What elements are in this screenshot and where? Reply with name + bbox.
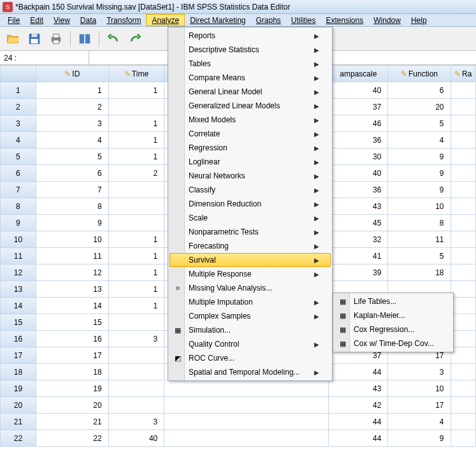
row-header[interactable]: 9	[1, 215, 36, 231]
cell-id[interactable]: 20	[36, 397, 108, 414]
menu-item-multiple-response[interactable]: Multiple Response▶	[169, 267, 331, 281]
cell-function[interactable]: 9	[388, 148, 451, 165]
menu-analyze[interactable]: Analyze	[146, 14, 185, 26]
cell-id[interactable]: 7	[36, 182, 108, 198]
cell-id[interactable]: 13	[36, 281, 108, 298]
row-header[interactable]: 5	[1, 148, 36, 165]
cell-ra[interactable]	[451, 198, 476, 215]
cell-id[interactable]: 21	[36, 414, 108, 430]
menu-item-life-tables[interactable]: ▦Life Tables...	[335, 294, 452, 308]
redo-button[interactable]	[126, 30, 144, 48]
cell-reference[interactable]: 24 :	[0, 51, 89, 64]
cell-time[interactable]	[108, 380, 164, 397]
cell-ra[interactable]	[451, 115, 476, 132]
cell-time[interactable]: 2	[108, 165, 164, 182]
cell-tampascale[interactable]: 32	[329, 231, 388, 248]
menu-item-neural-networks[interactable]: Neural Networks▶	[169, 169, 331, 183]
cell-function[interactable]: 3	[388, 364, 451, 380]
menu-item-roc-curve[interactable]: ◩ROC Curve...	[169, 351, 331, 365]
table-row[interactable]: 21213444	[1, 414, 476, 430]
cell-ra[interactable]	[451, 281, 476, 298]
menu-extensions[interactable]: Extensions	[321, 14, 369, 26]
cell-id[interactable]: 9	[36, 215, 108, 231]
cell-ra[interactable]	[451, 132, 476, 148]
cell-ra[interactable]	[451, 314, 476, 331]
row-header[interactable]: 10	[1, 231, 36, 248]
menu-graphs[interactable]: Graphs	[250, 14, 285, 26]
cell-id[interactable]: 17	[36, 347, 108, 364]
cell-tampascale[interactable]: 41	[329, 248, 388, 264]
cell-ra[interactable]	[451, 182, 476, 198]
row-header[interactable]: 16	[1, 331, 36, 347]
menu-item-nonparametric-tests[interactable]: Nonparametric Tests▶	[169, 225, 331, 239]
row-header[interactable]: 6	[1, 165, 36, 182]
menu-item-spatial-temporal[interactable]: Spatial and Temporal Modeling...▶	[169, 365, 331, 379]
menu-item-survival[interactable]: Survival▶	[169, 253, 331, 267]
row-header[interactable]: 14	[1, 298, 36, 314]
cell-ra[interactable]	[451, 165, 476, 182]
cell-time[interactable]: 1	[108, 82, 164, 99]
row-header[interactable]: 2	[1, 99, 36, 115]
cell-tampascale[interactable]: 44	[329, 414, 388, 430]
column-header-function[interactable]: ✎Function	[388, 66, 451, 82]
save-button[interactable]	[25, 30, 43, 48]
cell-time[interactable]: 1	[108, 132, 164, 148]
menu-window[interactable]: Window	[368, 14, 406, 26]
cell-tampascale[interactable]: 45	[329, 215, 388, 231]
menu-item-reports[interactable]: Reports▶	[169, 29, 331, 43]
cell-tampascale[interactable]: 30	[329, 148, 388, 165]
row-header[interactable]: 12	[1, 264, 36, 281]
cell-function[interactable]: 20	[388, 99, 451, 115]
cell-time[interactable]: 3	[108, 414, 164, 430]
menu-item-cox-regression[interactable]: ▦Cox Regression...	[335, 322, 452, 336]
row-header[interactable]: 7	[1, 182, 36, 198]
cell-tampascale[interactable]: 40	[329, 165, 388, 182]
cell-time[interactable]	[108, 347, 164, 364]
cell-time[interactable]	[108, 215, 164, 231]
cell-function[interactable]: 10	[388, 380, 451, 397]
cell-id[interactable]: 22	[36, 430, 108, 447]
cell-time[interactable]: 1	[108, 231, 164, 248]
cell-id[interactable]: 16	[36, 331, 108, 347]
menu-item-simulation[interactable]: ▦Simulation...	[169, 323, 331, 337]
cell-ra[interactable]	[451, 347, 476, 364]
cell-tampascale[interactable]: 40	[329, 82, 388, 99]
grid-corner[interactable]	[1, 66, 36, 82]
cell-function[interactable]: 8	[388, 215, 451, 231]
cell-function[interactable]: 9	[388, 182, 451, 198]
cell-ra[interactable]	[451, 380, 476, 397]
cell-time[interactable]	[108, 182, 164, 198]
cell-time[interactable]: 1	[108, 115, 164, 132]
cell-ra[interactable]	[451, 264, 476, 281]
menu-direct-marketing[interactable]: Direct Marketing	[185, 14, 250, 26]
row-header[interactable]: 17	[1, 347, 36, 364]
cell-id[interactable]: 5	[36, 148, 108, 165]
cell-id[interactable]: 18	[36, 364, 108, 380]
cell-tampascale[interactable]: 39	[329, 264, 388, 281]
recall-dialog-button[interactable]	[76, 30, 94, 48]
menu-item-quality-control[interactable]: Quality Control▶	[169, 337, 331, 351]
cell-id[interactable]: 2	[36, 99, 108, 115]
cell-hidden[interactable]	[164, 380, 329, 397]
cell-ra[interactable]	[451, 231, 476, 248]
row-header[interactable]: 4	[1, 132, 36, 148]
row-header[interactable]: 22	[1, 430, 36, 447]
row-header[interactable]: 13	[1, 281, 36, 298]
cell-function[interactable]: 9	[388, 430, 451, 447]
menu-file[interactable]: File	[3, 14, 25, 26]
cell-tampascale[interactable]: 44	[329, 364, 388, 380]
cell-id[interactable]: 8	[36, 198, 108, 215]
menu-item-general-linear-model[interactable]: General Linear Model▶	[169, 85, 331, 99]
menu-view[interactable]: View	[48, 14, 75, 26]
row-header[interactable]: 21	[1, 414, 36, 430]
cell-id[interactable]: 11	[36, 248, 108, 264]
menu-item-compare-means[interactable]: Compare Means▶	[169, 71, 331, 85]
menu-item-correlate[interactable]: Correlate▶	[169, 127, 331, 141]
menu-item-loglinear[interactable]: Loglinear▶	[169, 155, 331, 169]
column-header-id[interactable]: ✎ID	[36, 66, 108, 82]
table-row[interactable]: 222240449	[1, 430, 476, 447]
cell-tampascale[interactable]: 43	[329, 380, 388, 397]
cell-function[interactable]: 10	[388, 198, 451, 215]
menu-item-complex-samples[interactable]: Complex Samples▶	[169, 309, 331, 323]
cell-ra[interactable]	[451, 298, 476, 314]
